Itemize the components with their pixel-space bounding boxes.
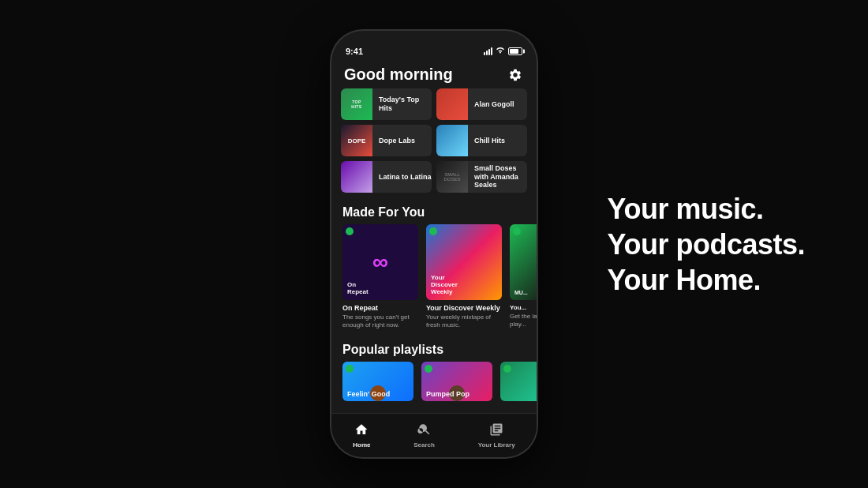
playlist-art-on-repeat: ∞ OnRepeat — [342, 224, 418, 300]
nav-home[interactable]: Home — [345, 419, 378, 452]
pick-thumb-latina — [341, 161, 372, 193]
spotify-badge — [346, 227, 354, 235]
pick-latina[interactable]: Latina to Latina — [341, 161, 432, 193]
pick-thumb-dope: DOPE — [341, 125, 372, 156]
nav-home-label: Home — [353, 441, 370, 449]
made-for-you-title: Made For You — [331, 199, 537, 224]
playlist-third[interactable]: MU... You... Get the latest play... — [510, 224, 537, 330]
on-repeat-icon: ∞ — [372, 250, 388, 275]
playlist-desc-discover: Your weekly mixtape of fresh music. — [426, 313, 502, 330]
popular-playlists-scroll: Feelin' Good Pumped Pop — [331, 362, 537, 407]
popular-card-pumped-pop[interactable]: Pumped Pop — [421, 362, 492, 401]
popular-playlists-title: Popular playlists — [331, 336, 537, 362]
pop-label-feelin-good: Feelin' Good — [347, 390, 390, 398]
pick-label-dope: Dope Labs — [379, 137, 415, 145]
spotify-badge-2 — [429, 227, 437, 235]
playlist-name-third: You... — [510, 304, 537, 311]
pick-label-small-doses: Small Doses with Amanda Seales — [474, 164, 527, 190]
pick-label-chill: Chill Hits — [474, 137, 505, 145]
popular-card-feelin-good[interactable]: Feelin' Good — [342, 362, 413, 401]
app-header: Good morning — [331, 59, 537, 88]
playlist-desc-on-repeat: The songs you can't get enough of right … — [342, 313, 418, 330]
tagline-line2: Your podcasts. — [608, 227, 805, 262]
battery-icon — [508, 47, 522, 55]
nav-library-label: Your Library — [478, 441, 515, 449]
nav-library[interactable]: Your Library — [470, 419, 523, 452]
wifi-icon — [496, 47, 505, 56]
playlist-art-third: MU... — [510, 224, 537, 300]
pick-alan[interactable]: Alan Gogoll — [436, 88, 527, 120]
scene: 9:41 Good morning — [0, 0, 868, 488]
signal-icon — [484, 47, 492, 55]
status-time: 9:41 — [346, 47, 363, 56]
quick-picks-grid: TopHits Today's Top Hits Alan Gogoll DOP… — [331, 88, 537, 199]
playlist-name-discover: Your Discover Weekly — [426, 304, 502, 312]
nav-search[interactable]: Search — [406, 419, 443, 452]
search-icon — [417, 422, 432, 440]
bottom-nav: Home Search Your Library — [331, 413, 537, 457]
spotify-badge-pop2 — [425, 365, 432, 373]
pick-dope[interactable]: DOPE Dope Labs — [341, 125, 432, 156]
pick-thumb-top-hits: TopHits — [341, 88, 372, 120]
pick-small-doses[interactable]: SMALLDOSES Small Doses with Amanda Seale… — [436, 161, 527, 193]
playlist-desc-third: Get the latest play... — [510, 313, 537, 329]
spotify-badge-pop1 — [346, 365, 354, 373]
playlist-discover[interactable]: YourDiscoverWeekly Your Discover Weekly … — [426, 224, 502, 330]
pick-label-top-hits: Today's Top Hits — [379, 96, 432, 113]
pick-label-latina: Latina to Latina — [379, 173, 432, 182]
pick-thumb-alan — [436, 88, 468, 120]
pop-label-pumped-pop: Pumped Pop — [426, 390, 470, 398]
tagline-line3: Your Home. — [608, 262, 805, 298]
pick-label-alan: Alan Gogoll — [474, 100, 514, 109]
tagline-line1: Your music. — [608, 191, 805, 227]
settings-button[interactable] — [507, 66, 524, 84]
made-for-you-scroll: ∞ OnRepeat On Repeat The songs you can't… — [331, 224, 537, 336]
phone-content: Good morning TopHits Today's Top Hits — [331, 59, 537, 413]
library-icon — [489, 422, 503, 440]
playlist-on-repeat[interactable]: ∞ OnRepeat On Repeat The songs you can't… — [342, 224, 418, 330]
pick-top-hits[interactable]: TopHits Today's Top Hits — [341, 88, 432, 120]
popular-card-third[interactable] — [500, 362, 537, 401]
pick-thumb-small-doses: SMALLDOSES — [436, 161, 468, 193]
notch — [398, 31, 470, 50]
nav-search-label: Search — [413, 441, 435, 449]
spotify-badge-3 — [513, 227, 521, 235]
phone-shell: 9:41 Good morning — [331, 31, 537, 457]
playlist-name-on-repeat: On Repeat — [342, 304, 418, 312]
status-icons — [484, 47, 522, 56]
home-icon — [354, 422, 369, 440]
pick-thumb-chill — [436, 125, 468, 156]
playlist-art-discover: YourDiscoverWeekly — [426, 224, 502, 300]
pick-chill[interactable]: Chill Hits — [436, 125, 527, 156]
spotify-badge-pop3 — [503, 365, 511, 373]
tagline: Your music. Your podcasts. Your Home. — [608, 191, 805, 298]
page-title: Good morning — [344, 66, 453, 84]
